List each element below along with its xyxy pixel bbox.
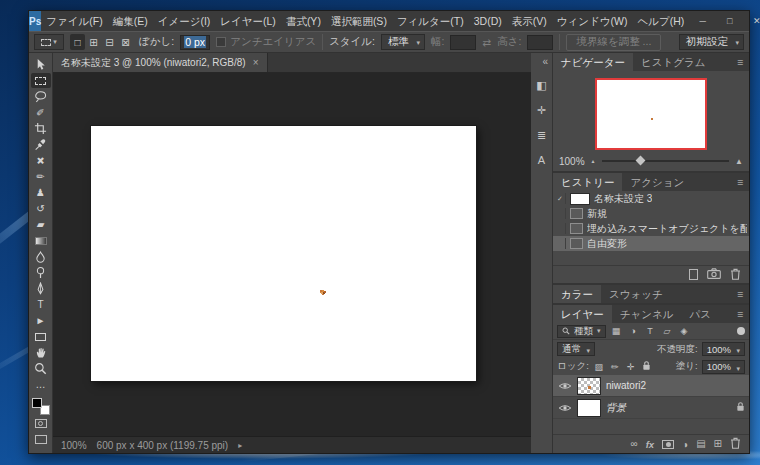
tab-navigator[interactable]: ナビゲーター <box>553 53 633 71</box>
menu-edit[interactable]: 編集(E) <box>108 11 153 31</box>
panel-menu-icon[interactable]: ≡ <box>731 53 749 71</box>
navigator-zoom-field[interactable]: 100% <box>559 156 585 167</box>
width-input[interactable] <box>450 35 476 50</box>
history-step-selected[interactable]: 自由変形 <box>553 236 749 251</box>
filter-type-layers-icon[interactable]: T <box>644 326 657 336</box>
tool-preset-picker[interactable]: ▾ <box>34 34 64 50</box>
document-canvas[interactable] <box>91 126 476 381</box>
expand-dock-icon[interactable]: « <box>542 56 548 67</box>
visibility-eye-icon[interactable] <box>557 403 572 413</box>
maximize-button[interactable]: □ <box>716 11 743 31</box>
path-selection-tool[interactable]: ► <box>31 313 51 328</box>
tab-histogram[interactable]: ヒストグラム <box>633 53 713 71</box>
tab-history[interactable]: ヒストリー <box>553 173 622 191</box>
info-panel-icon[interactable]: ≣ <box>533 128 551 142</box>
menu-image[interactable]: イメージ(I) <box>153 11 216 31</box>
rectangle-shape-tool[interactable] <box>31 329 51 344</box>
zoom-out-icon[interactable]: ▲ <box>591 158 596 164</box>
layer-thumbnail[interactable] <box>577 377 601 395</box>
lock-all-icon[interactable] <box>641 360 653 373</box>
history-snapshot-row[interactable]: ✓ 名称未設定 3 <box>553 191 749 206</box>
history-brush-source-cell[interactable] <box>555 208 566 219</box>
panel-menu-icon[interactable]: ≡ <box>731 173 749 191</box>
tab-layers[interactable]: レイヤー <box>553 305 612 323</box>
history-brush-source-icon[interactable]: ✓ <box>555 193 566 204</box>
type-tool[interactable]: T <box>31 297 51 312</box>
delete-state-icon[interactable] <box>730 268 741 282</box>
history-brush-source-cell[interactable] <box>555 238 566 249</box>
move-tool[interactable] <box>31 57 51 72</box>
menu-type[interactable]: 書式(Y) <box>281 11 326 31</box>
layer-name[interactable]: 背景 <box>606 401 626 415</box>
quick-mask-button[interactable] <box>31 416 51 431</box>
layer-thumbnail[interactable] <box>577 399 601 417</box>
dodge-tool[interactable] <box>31 265 51 280</box>
layer-row-background[interactable]: 背景 <box>553 397 749 419</box>
new-layer-icon[interactable]: ⊞ <box>714 439 722 449</box>
rectangular-marquee-tool[interactable] <box>31 73 51 88</box>
delete-layer-icon[interactable] <box>730 437 741 451</box>
close-button[interactable]: ✕ <box>743 11 760 31</box>
navigator-proxy-view[interactable] <box>595 78 707 150</box>
history-brush-tool[interactable]: ↺ <box>31 201 51 216</box>
height-input[interactable] <box>527 35 553 50</box>
layer-row-niwatori2[interactable]: niwatori2 <box>553 375 749 397</box>
menu-bar[interactable]: Ps ファイル(F) 編集(E) イメージ(I) レイヤー(L) 書式(Y) 選… <box>29 11 749 31</box>
visibility-eye-icon[interactable] <box>557 381 572 391</box>
adjustment-layer-icon[interactable]: ◑ <box>682 439 688 450</box>
document-tab[interactable]: 名称未設定 3 @ 100% (niwatori2, RGB/8) × <box>53 53 268 72</box>
tab-color[interactable]: カラー <box>553 285 601 303</box>
foreground-color-swatch[interactable] <box>32 398 42 408</box>
blend-mode-dropdown[interactable]: 通常 ▾ <box>557 342 595 356</box>
adjustments-panel-icon[interactable]: ◧ <box>533 78 551 92</box>
new-group-icon[interactable]: ▤ <box>696 439 705 449</box>
eraser-tool[interactable]: ▰ <box>31 217 51 232</box>
menu-filter[interactable]: フィルター(T) <box>392 11 469 31</box>
layer-filter-dropdown[interactable]: 種類 ▾ <box>557 325 606 338</box>
menu-select[interactable]: 選択範囲(S) <box>326 11 392 31</box>
menu-layer[interactable]: レイヤー(L) <box>215 11 281 31</box>
properties-panel-icon[interactable]: ✛ <box>533 103 551 117</box>
opacity-dropdown[interactable]: 100% ▾ <box>702 342 745 356</box>
hand-tool[interactable] <box>31 345 51 360</box>
zoom-slider-thumb[interactable] <box>636 156 646 166</box>
gradient-tool[interactable] <box>31 233 51 248</box>
menu-window[interactable]: ウィンドウ(W) <box>552 11 633 31</box>
tab-swatches[interactable]: スウォッチ <box>601 285 671 303</box>
menu-view[interactable]: 表示(V) <box>507 11 552 31</box>
pen-tool[interactable] <box>31 281 51 296</box>
tab-actions[interactable]: アクション <box>622 173 692 191</box>
spot-healing-brush-tool[interactable]: ✚ <box>31 153 51 168</box>
eyedropper-tool[interactable] <box>31 137 51 152</box>
add-layer-mask-icon[interactable] <box>662 440 674 449</box>
layer-style-icon[interactable]: fx <box>646 439 654 450</box>
filter-smart-object-icon[interactable]: ◈ <box>678 326 691 336</box>
intersect-selection-button[interactable]: ⊠ <box>118 34 133 50</box>
crop-tool[interactable] <box>31 121 51 136</box>
fill-dropdown[interactable]: 100% ▾ <box>702 360 745 374</box>
zoom-in-icon[interactable]: ▲ <box>735 157 743 166</box>
minimize-button[interactable]: ─ <box>689 11 716 31</box>
character-panel-icon[interactable]: A <box>533 153 551 167</box>
history-step[interactable]: 埋め込みスマートオブジェクトを配置 <box>553 221 749 236</box>
workspace-switcher[interactable]: 初期設定 ▾ <box>679 34 744 50</box>
history-brush-source-cell[interactable] <box>555 223 566 234</box>
clone-stamp-tool[interactable]: ♟ <box>31 185 51 200</box>
lock-transparent-pixels-icon[interactable]: ▨ <box>593 362 605 372</box>
layer-filter-toggle[interactable] <box>737 327 745 335</box>
antialias-checkbox[interactable]: アンチエイリアス <box>216 35 316 49</box>
status-menu-arrow-icon[interactable]: ▸ <box>238 441 242 450</box>
menu-3d[interactable]: 3D(D) <box>469 11 507 31</box>
filter-pixel-layers-icon[interactable]: ▦ <box>610 326 623 336</box>
quick-selection-tool[interactable]: ✐ <box>31 105 51 120</box>
edit-toolbar-button[interactable]: … <box>31 377 51 392</box>
close-tab-icon[interactable]: × <box>253 57 259 68</box>
zoom-field[interactable]: 100% <box>61 440 87 451</box>
link-layers-icon[interactable]: ∞ <box>631 439 638 449</box>
add-to-selection-button[interactable]: ⊞ <box>86 34 101 50</box>
lock-position-icon[interactable]: ✛ <box>625 362 637 372</box>
blur-tool[interactable] <box>31 249 51 264</box>
tab-channels[interactable]: チャンネル <box>612 305 682 323</box>
layer-name[interactable]: niwatori2 <box>606 380 646 391</box>
subtract-from-selection-button[interactable]: ⊟ <box>102 34 117 50</box>
